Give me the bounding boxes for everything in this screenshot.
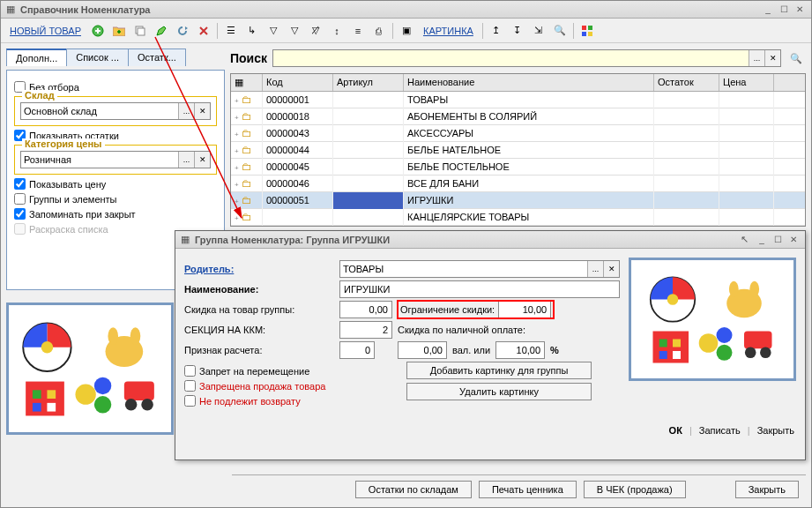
expand-icon[interactable]: + (235, 97, 239, 105)
table-row[interactable]: + 🗀00000051ИГРУШКИ (231, 192, 805, 209)
search-input[interactable] (273, 50, 749, 66)
cash-discount-label: Скидка по наличной оплате: (398, 325, 525, 335)
table-row[interactable]: + 🗀00000001ТОВАРЫ (231, 92, 805, 108)
table-row[interactable]: + 🗀00000043АКСЕССУАРЫ (231, 125, 805, 142)
move-icon[interactable]: ↳ (242, 21, 262, 41)
article-header[interactable]: Артикул (333, 74, 404, 91)
name-header[interactable]: Наименование (404, 74, 654, 91)
cash-val-input[interactable] (398, 341, 447, 359)
calc-input[interactable] (339, 341, 375, 359)
filter-icon[interactable]: ▽ (264, 21, 283, 41)
tab-additional[interactable]: Дополн... (6, 49, 67, 66)
dialog-minimize-button[interactable]: _ (754, 233, 770, 247)
warehouse-lookup-button[interactable]: ... (178, 103, 194, 119)
name-input[interactable] (339, 280, 620, 298)
search-clear-button[interactable]: ✕ (764, 50, 780, 66)
limit-input[interactable] (498, 301, 551, 318)
name-cell: ТОВАРЫ (404, 92, 654, 108)
new-item-link[interactable]: НОВЫЙ ТОВАР (4, 26, 86, 36)
code-header[interactable]: Код (263, 74, 333, 91)
minimize-button[interactable]: _ (760, 3, 776, 17)
tab-stock[interactable]: Остатк... (128, 49, 186, 66)
warehouse-dropdown[interactable]: ... ✕ (20, 102, 211, 120)
data-grid[interactable]: ▦ Код Артикул Наименование Остаток Цена … (230, 73, 806, 227)
price-cat-input[interactable] (21, 152, 178, 168)
parent-lookup-button[interactable]: ... (587, 261, 603, 277)
print-icon[interactable]: ⎙ (369, 21, 389, 41)
link-icon[interactable]: ⇲ (529, 21, 548, 41)
parent-label[interactable]: Родитель: (184, 264, 334, 274)
price-cell (719, 125, 774, 142)
price-cat-clear-button[interactable]: ✕ (194, 152, 210, 168)
no-sale-checkbox[interactable] (184, 380, 196, 392)
no-move-checkbox[interactable] (184, 365, 196, 377)
expand-icon[interactable]: + (235, 164, 239, 172)
folder-icon: 🗀 (242, 127, 252, 139)
row-indicator-header: ▦ (231, 74, 263, 91)
expand-icon[interactable]: + (235, 147, 239, 155)
svg-rect-2 (138, 28, 145, 35)
dialog-maximize-button[interactable]: ☐ (770, 233, 786, 247)
table-row[interactable]: + 🗀КАНЦЕЛЯРСКИЕ ТОВАРЫ (231, 209, 805, 226)
stock-header[interactable]: Остаток (654, 74, 719, 91)
no-return-checkbox[interactable] (184, 395, 196, 407)
close-main-button[interactable]: Закрыть (735, 481, 799, 498)
clear-filter-icon[interactable]: ▽̸ (306, 21, 325, 41)
edit-icon[interactable] (152, 21, 171, 41)
search-lookup-button[interactable]: ... (749, 50, 764, 66)
maximize-button[interactable]: ☐ (776, 3, 792, 17)
stock-by-warehouse-button[interactable]: Остатки по складам (355, 481, 472, 498)
filter2-icon[interactable]: ▽ (285, 21, 304, 41)
expand-icon[interactable]: + (235, 131, 239, 138)
tab-list[interactable]: Список ... (66, 49, 129, 66)
close-button[interactable]: ✕ (792, 3, 808, 17)
show-price-label: Показывать цену (29, 179, 106, 190)
print-tag-button[interactable]: Печать ценника (479, 481, 577, 498)
parent-input[interactable] (340, 261, 587, 277)
delete-picture-button[interactable]: Удалить картинку (406, 383, 592, 400)
price-cat-dropdown[interactable]: ... ✕ (20, 151, 211, 168)
tree-icon[interactable]: ☰ (221, 21, 241, 41)
import-icon[interactable]: ↧ (508, 21, 527, 41)
warehouse-clear-button[interactable]: ✕ (194, 103, 210, 119)
search-tool-icon[interactable]: 🔍 (550, 21, 570, 41)
table-row[interactable]: + 🗀00000018АБОНЕМЕНТЫ В СОЛЯРИЙ (231, 108, 805, 125)
expand-icon[interactable]: + (235, 198, 239, 205)
remember-checkbox[interactable] (14, 208, 26, 220)
price-header[interactable]: Цена (719, 74, 774, 91)
add-icon[interactable] (88, 21, 108, 41)
list-icon[interactable]: ≡ (348, 21, 368, 41)
table-row[interactable]: + 🗀00000044БЕЛЬЕ НАТЕЛЬНОЕ (231, 142, 805, 159)
discount-input[interactable] (339, 301, 392, 318)
picture-link[interactable]: КАРТИНКА (418, 26, 479, 36)
to-check-button[interactable]: В ЧЕК (продажа) (584, 481, 686, 498)
export-icon[interactable]: ↥ (487, 21, 506, 41)
dialog-close-button[interactable]: ✕ (786, 233, 801, 247)
copy-icon[interactable] (130, 21, 150, 41)
add-picture-button[interactable]: Добавить картинку для группы (406, 362, 592, 379)
save-button[interactable]: Записать (699, 425, 741, 436)
table-row[interactable]: + 🗀00000046ВСЕ ДЛЯ БАНИ (231, 176, 805, 192)
table-row[interactable]: + 🗀00000045БЕЛЬЕ ПОСТЕЛЬНОЕ (231, 159, 805, 176)
show-price-checkbox[interactable] (14, 178, 26, 190)
article-cell (333, 176, 404, 192)
add-folder-icon[interactable] (109, 21, 129, 41)
grid-icon[interactable] (577, 21, 597, 41)
search-go-icon[interactable]: 🔍 (786, 49, 806, 68)
ok-button[interactable]: ОК (669, 425, 682, 436)
price-cat-lookup-button[interactable]: ... (178, 152, 194, 168)
expand-icon[interactable]: + (235, 214, 239, 222)
expand-icon[interactable]: + (235, 114, 239, 122)
warehouse-input[interactable] (21, 103, 178, 119)
refresh-icon[interactable] (173, 21, 192, 41)
parent-clear-button[interactable]: ✕ (603, 261, 619, 277)
sort-icon[interactable]: ↕ (327, 21, 346, 41)
groups-elems-checkbox[interactable] (14, 193, 26, 205)
expand-icon[interactable]: + (235, 181, 239, 189)
cash-pct-input[interactable] (495, 341, 545, 359)
section-input[interactable] (339, 321, 392, 339)
delete-icon[interactable] (194, 21, 213, 41)
dialog-close-link[interactable]: Закрыть (757, 425, 794, 436)
code-cell: 00000001 (263, 92, 333, 108)
picture-icon[interactable]: ▣ (397, 21, 416, 41)
